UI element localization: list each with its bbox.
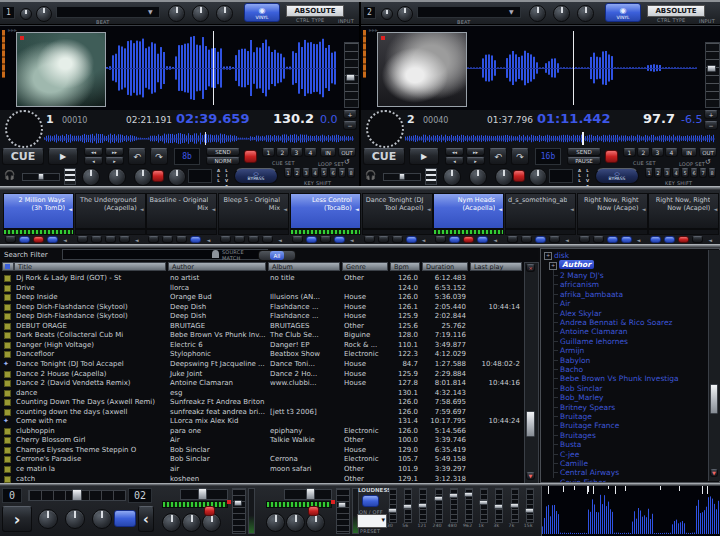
table-row[interactable]: Counting Down The Days (Axwell Remi)Sunf…: [0, 397, 522, 407]
cue-button[interactable]: CUE: [2, 148, 44, 165]
reloop-icon[interactable]: ↺: [344, 158, 350, 166]
jog-wheel-indicator[interactable]: [366, 110, 404, 148]
loudness-preset-selector[interactable]: ▾: [357, 514, 387, 528]
sampler-slot-8[interactable]: d_s_something_about_◄: [505, 193, 576, 229]
gain-knob[interactable]: [381, 8, 393, 20]
pitch-bend-down-button[interactable]: ↶: [128, 148, 146, 165]
sampler-mode-button[interactable]: [435, 236, 446, 243]
tree-root-item[interactable]: disk: [554, 251, 569, 260]
eq-band-handle[interactable]: [494, 504, 503, 509]
eq-band-fader[interactable]: [419, 488, 427, 523]
step-back-button[interactable]: ◂: [445, 157, 464, 165]
table-row[interactable]: Deep Dish-Flashdance (Skytool)Deep DishF…: [0, 311, 522, 321]
record-loop-button[interactable]: [605, 150, 618, 163]
table-row[interactable]: Dark Beats (Collacteral Cub MiBebe Brown…: [0, 330, 522, 340]
library-scrollbar[interactable]: × ▼: [524, 262, 539, 485]
table-row[interactable]: catchkosheenOther129.13:12.318: [0, 474, 522, 483]
gain-trim-knob[interactable]: [168, 168, 186, 186]
fx-knob-2[interactable]: [553, 5, 570, 22]
tree-item-author[interactable]: Bob Sinclar: [560, 384, 602, 393]
sampler-mode-button[interactable]: [5, 236, 16, 243]
eq-low-knob[interactable]: [495, 168, 513, 186]
sampler-mode-button[interactable]: [119, 236, 130, 243]
channel-a-kill-button[interactable]: [204, 506, 215, 516]
sampler-play-button[interactable]: [535, 236, 546, 243]
tree-item-author[interactable]: Antoine Clamaran: [560, 327, 628, 336]
chevron-down-icon[interactable]: ▼: [148, 8, 153, 15]
control-mode-button[interactable]: ABSOLUTE: [647, 5, 705, 17]
eq-band-handle[interactable]: [449, 493, 458, 498]
sampler-play-button[interactable]: [334, 236, 345, 243]
sampler-mode-button[interactable]: [234, 236, 245, 243]
channel-b-fader-handle[interactable]: [306, 488, 315, 500]
tree-item-author[interactable]: Babylon: [560, 356, 590, 365]
tree-item-author[interactable]: Bruitage France: [560, 421, 619, 430]
tree-item-author[interactable]: Busta: [560, 440, 581, 449]
eq-band-fader[interactable]: [465, 488, 473, 523]
filter-knob[interactable]: [397, 6, 413, 22]
tree-item-author[interactable]: Andrea Bennati & Rico Soarez: [560, 318, 672, 327]
table-row[interactable]: Deep InsideOrange BudIllusions (AN...Hou…: [0, 292, 522, 302]
tree-item-author[interactable]: Britney Spears: [560, 403, 615, 412]
sampler-mode-button[interactable]: [549, 236, 560, 243]
effect-preset-dropdown[interactable]: [56, 6, 160, 18]
tree-item-author[interactable]: Camille: [560, 459, 588, 468]
sampler-play-button[interactable]: [477, 236, 488, 243]
fx-knob-2[interactable]: [192, 5, 209, 22]
balance-knob[interactable]: [65, 509, 85, 529]
key-shift-button-3[interactable]: 3: [302, 168, 310, 178]
waveform-display[interactable]: [542, 486, 720, 536]
video-preview-thumbnail[interactable]: [16, 32, 106, 107]
table-row[interactable]: Cerrone's ParadiseBob SinclarCerronaElec…: [0, 454, 522, 464]
sampler-mode-button[interactable]: [148, 236, 159, 243]
channel-a-pitch-handle[interactable]: [234, 500, 242, 506]
sampler-play-button[interactable]: [190, 236, 201, 243]
step-back-button[interactable]: ◂: [84, 157, 103, 165]
hotcue-button-3[interactable]: 3: [651, 148, 664, 157]
eq-band-fader[interactable]: [389, 488, 397, 523]
sampler-slot-4[interactable]: Bleep 5 - Original Mix◄: [218, 193, 289, 229]
sampler-play-button[interactable]: [650, 236, 661, 243]
tree-item-author[interactable]: Alex Skylar: [560, 309, 602, 318]
video-preview-thumbnail[interactable]: [377, 32, 467, 107]
record-loop-button[interactable]: [244, 150, 257, 163]
sampler-mode-button[interactable]: [162, 236, 173, 243]
sampler-mode-button[interactable]: [248, 236, 259, 243]
column-header-author[interactable]: Author: [168, 262, 266, 271]
sampler-stop-button[interactable]: [678, 236, 689, 243]
send-button[interactable]: SEND: [567, 148, 601, 156]
eq-band-fader[interactable]: [480, 488, 488, 523]
column-header-title[interactable]: Title: [14, 262, 166, 271]
tree-item-author[interactable]: Bebe Brown Vs Phunk Investiga: [560, 374, 679, 383]
hotcue-button-3[interactable]: 3: [290, 148, 303, 157]
key-shift-button-4[interactable]: 4: [672, 168, 680, 178]
table-row[interactable]: ✦Come with meLLorca mix Alex Kid131.410:…: [0, 416, 522, 426]
sampler-mode-button[interactable]: [105, 236, 116, 243]
waveform-display[interactable]: [44, 132, 354, 145]
column-header-duration[interactable]: Duration: [422, 262, 468, 271]
tree-item-author-selected[interactable]: Author: [559, 260, 594, 269]
table-row[interactable]: Dance 2 (David Vendetta Remix)Antoine Cl…: [0, 378, 522, 388]
sampler-mode-button[interactable]: [176, 236, 187, 243]
sampler-play-button[interactable]: [406, 236, 417, 243]
sampler-play-button[interactable]: [449, 236, 460, 243]
table-row[interactable]: clubhoppinpara oneepiphanyElectronic126.…: [0, 426, 522, 436]
kill-button[interactable]: [152, 170, 164, 182]
sampler-play-button[interactable]: [607, 236, 618, 243]
auto-crossfade-button[interactable]: [114, 510, 136, 527]
auto-fade-right-button[interactable]: ›: [2, 506, 32, 532]
pitch-fader[interactable]: [344, 42, 359, 108]
channel-a-pitch-fader[interactable]: [232, 488, 246, 534]
step-forward-button[interactable]: ▸: [105, 157, 124, 165]
eq-high-knob[interactable]: [82, 168, 100, 186]
kill-button[interactable]: [513, 170, 525, 182]
play-pause-button[interactable]: ▶: [409, 148, 439, 165]
sampler-mode-button[interactable]: [220, 236, 231, 243]
reloop-icon[interactable]: ↺: [705, 158, 711, 166]
column-header-last-play[interactable]: Last play: [470, 262, 522, 271]
key-shift-button-7[interactable]: 7: [699, 168, 707, 178]
pitch-fine-minus-button[interactable]: −: [704, 121, 718, 130]
channel-a-low-knob[interactable]: [162, 513, 181, 532]
monitor-mix-slider[interactable]: [22, 173, 60, 181]
monitor-mix-handle[interactable]: [399, 173, 405, 180]
